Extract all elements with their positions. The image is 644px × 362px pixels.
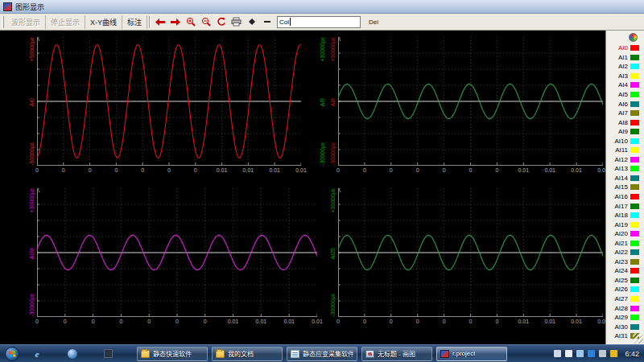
x-tick-label: 0 <box>64 319 67 324</box>
channel-list-item-ai23[interactable]: AI23 <box>608 257 639 267</box>
refresh-button[interactable] <box>213 15 229 29</box>
x-tick-label: 0 <box>336 319 340 324</box>
toolbar-gripper[interactable] <box>2 16 4 28</box>
x-tick-label: 0 <box>469 319 473 324</box>
x-tick-label: 0 <box>416 167 419 173</box>
taskbar-button-r.project[interactable]: r.project <box>436 347 507 361</box>
channel-color-swatch <box>630 278 639 283</box>
channel-list-item-ai24[interactable]: AI24 <box>608 266 639 276</box>
channel-list-item-ai25[interactable]: AI25 <box>608 276 639 286</box>
channel-list-item-ai17[interactable]: AI17 <box>608 201 639 211</box>
channel-list-item-ai7[interactable]: AI7 <box>608 109 639 118</box>
channel-list-item-ai21[interactable]: AI21 <box>608 238 639 248</box>
channel-list-item-ai8[interactable]: AI8 <box>608 117 639 127</box>
channel-list-item-ai27[interactable]: AI27 <box>608 294 639 304</box>
x-tick-label: 0.01 <box>217 167 228 173</box>
channel-list-item-ai16[interactable]: AI16 <box>608 192 639 202</box>
x-tick-label: 0.01 <box>256 319 267 324</box>
channel-list-item-ai6[interactable]: AI6 <box>608 99 639 109</box>
minus-button[interactable] <box>259 15 275 29</box>
hidden-icons-icon[interactable] <box>554 350 561 357</box>
taskbar-button-无标题 - 画图[interactable]: 无标题 - 画图 <box>361 347 432 361</box>
channel-color-swatch <box>630 268 639 274</box>
x-tick-label: 0.01 <box>544 167 555 173</box>
network-icon[interactable] <box>576 350 584 357</box>
channel-color-swatch <box>630 315 639 320</box>
channel-list-item-ai1[interactable]: AI1 <box>608 53 639 63</box>
x-tick-label: 0 <box>390 319 393 324</box>
channel-list-item-ai19[interactable]: AI19 <box>608 220 639 229</box>
start-button[interactable] <box>5 347 19 361</box>
channel-list-item-ai3[interactable]: AI3 <box>608 72 639 81</box>
security-shield-icon[interactable] <box>588 350 595 357</box>
taskbar-button-我的文档[interactable]: 我的文档 <box>212 347 283 361</box>
zoom-in-button[interactable] <box>183 15 198 29</box>
channel-list-item-ai12[interactable]: AI12 <box>608 155 639 165</box>
channel-list-item-ai13[interactable]: AI13 <box>608 164 639 174</box>
channel-list-item-ai5[interactable]: AI5 <box>608 90 639 100</box>
channel-color-swatch <box>630 194 639 200</box>
channel-list-item-ai9[interactable]: AI9 <box>608 127 639 137</box>
x-axis-tick-labels: 00000000.010.010.010.01 <box>338 167 603 175</box>
channel-list-item-ai29[interactable]: AI29 <box>608 313 639 323</box>
clock[interactable]: 6:42 <box>625 350 639 358</box>
media-player-icon[interactable] <box>66 348 79 360</box>
channel-label: AI25 <box>329 248 337 259</box>
app-icon <box>3 2 12 11</box>
lock-icon[interactable] <box>610 350 617 357</box>
y-axis-ai25: +30000µεAI25-30000µε <box>328 188 338 317</box>
channel-list-item-ai20[interactable]: AI20 <box>608 229 639 239</box>
del-label: Del <box>369 19 378 26</box>
x-tick-label: 0.01 <box>228 319 239 324</box>
channel-list-item-ai0[interactable]: AI0 <box>608 43 639 53</box>
channel-color-swatch <box>630 231 639 237</box>
y-max-label: +30000µε <box>329 37 337 62</box>
arrow-right-button[interactable] <box>167 15 183 29</box>
toolbar-button-停止显示[interactable]: 停止显示 <box>46 15 85 29</box>
channel-list-item-ai26[interactable]: AI26 <box>608 285 639 294</box>
channel-list-item-ai30[interactable]: AI30 <box>608 322 639 331</box>
battery-icon[interactable] <box>599 350 606 357</box>
channel-color-swatch <box>630 129 639 134</box>
zoom-out-button[interactable] <box>198 15 213 29</box>
diamond-button[interactable] <box>244 15 259 29</box>
channel-list-item-ai11[interactable]: AI11 <box>608 146 639 155</box>
y-axis-labels: +30000µεAI25-30000µε <box>328 188 338 317</box>
y-axis-ai9: +30000µεAI9-30000µε <box>317 37 328 166</box>
channel-list-item-ai15[interactable]: AI15 <box>608 183 639 192</box>
channel-list-item-ai2[interactable]: AI2 <box>608 62 639 72</box>
messenger-icon[interactable] <box>101 348 114 360</box>
taskbar-button-静态应变采集软件使...[interactable]: 静态应变采集软件使... <box>287 347 357 361</box>
x-tick-label: 0 <box>469 167 473 173</box>
y-axis-labels: +30000µεAI9-30000µε+30000µεAI8-30000µε <box>317 37 338 166</box>
ie-icon[interactable]: e <box>31 348 43 360</box>
x-tick-label: 0 <box>92 319 95 324</box>
channel-color-swatch <box>630 64 639 69</box>
channel-list-item-ai22[interactable]: AI22 <box>608 248 639 257</box>
channel-color-swatch <box>630 73 639 79</box>
waveform-plot-ai9: +30000µεAI9-30000µε+30000µεAI8-30000µε 0… <box>338 37 603 175</box>
resize-grip-icon[interactable] <box>633 333 643 343</box>
channel-list-item-ai14[interactable]: AI14 <box>608 174 639 183</box>
column-input[interactable]: Col <box>277 16 361 28</box>
document-icon <box>291 350 299 358</box>
printer-button[interactable] <box>229 15 244 29</box>
channel-list-item-ai4[interactable]: AI4 <box>608 80 639 90</box>
folder-icon <box>216 350 225 358</box>
taskbar-button-静态快速软件[interactable]: 静态快速软件 <box>137 347 208 361</box>
y-axis-ai0: +50000µεAI0-50000µε <box>27 37 37 166</box>
x-tick-label: 0 <box>363 167 366 173</box>
toolbar-button-X-Y曲线[interactable]: X-Y曲线 <box>85 15 122 29</box>
channel-color-swatch <box>630 166 639 171</box>
channel-list-item-ai18[interactable]: AI18 <box>608 211 639 220</box>
action-center-icon[interactable] <box>565 350 572 357</box>
toolbar-button-波形显示[interactable]: 波形显示 <box>6 15 46 29</box>
channel-settings-icon[interactable] <box>629 33 638 42</box>
arrow-left-button[interactable] <box>152 15 167 29</box>
channel-list-item-ai28[interactable]: AI28 <box>608 303 639 313</box>
y-min-label: -50000µε <box>28 142 36 166</box>
x-tick-label: 0 <box>89 167 92 173</box>
text-caret <box>290 18 291 26</box>
channel-list-item-ai10[interactable]: AI10 <box>608 136 639 146</box>
toolbar-button-标注[interactable]: 标注 <box>122 15 147 29</box>
